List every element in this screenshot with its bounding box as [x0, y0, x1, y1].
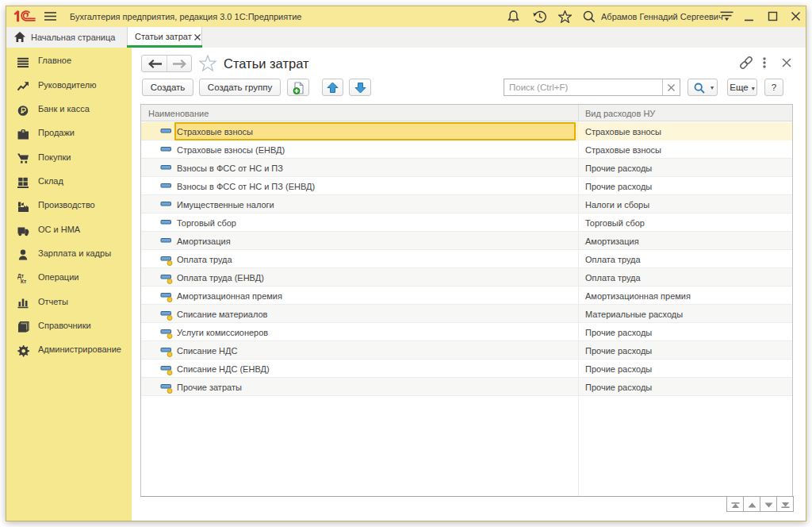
svg-text:Кт: Кт: [21, 279, 27, 284]
